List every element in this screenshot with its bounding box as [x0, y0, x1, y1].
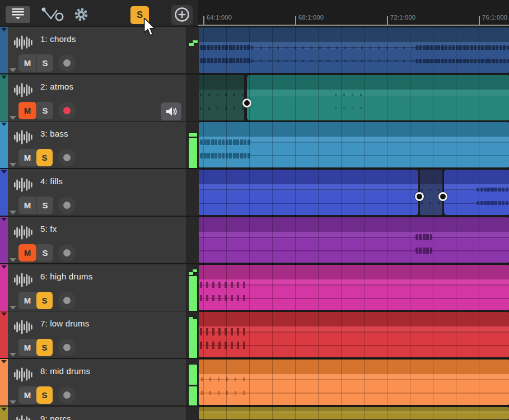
track-name-label[interactable]: 9: percs: [40, 414, 71, 420]
record-arm-button[interactable]: [58, 54, 76, 72]
track-header[interactable]: 7: low drumsMS: [0, 311, 186, 358]
expand-handle-icon[interactable]: [10, 211, 16, 214]
record-arm-button[interactable]: [58, 386, 76, 404]
track-color-strip[interactable]: [0, 122, 8, 168]
timeline-ruler[interactable]: [198, 0, 509, 26]
audio-clip[interactable]: [420, 170, 442, 215]
arrange-lane[interactable]: [199, 264, 509, 311]
fade-handle[interactable]: [242, 99, 251, 108]
track-header[interactable]: 3: bassMS: [0, 122, 186, 168]
collapse-triangle-icon[interactable]: [1, 76, 7, 79]
collapse-triangle-icon[interactable]: [1, 28, 7, 31]
collapse-triangle-icon[interactable]: [1, 123, 7, 126]
track-header[interactable]: 9: percs: [0, 407, 186, 420]
solo-button[interactable]: S: [36, 149, 53, 166]
arrange-lane[interactable]: [199, 122, 509, 168]
expand-handle-icon[interactable]: [10, 353, 16, 357]
track-name-label[interactable]: 7: low drums: [40, 319, 89, 328]
collapse-triangle-icon[interactable]: [1, 218, 7, 221]
audio-clip[interactable]: [199, 122, 509, 167]
arrange-lane[interactable]: [199, 169, 509, 216]
expand-handle-icon[interactable]: [10, 306, 16, 310]
mute-button[interactable]: M: [18, 339, 36, 356]
add-track-button[interactable]: [171, 5, 193, 25]
waveform-graphic: [200, 45, 252, 50]
record-arm-button[interactable]: [58, 149, 76, 166]
track-color-strip[interactable]: [0, 169, 8, 216]
record-arm-button[interactable]: [58, 197, 76, 214]
solo-button[interactable]: S: [36, 102, 53, 119]
collapse-triangle-icon[interactable]: [1, 360, 7, 363]
expand-handle-icon[interactable]: [10, 116, 16, 120]
audio-clip[interactable]: [199, 407, 509, 419]
solo-button[interactable]: S: [36, 386, 53, 404]
arrange-lane[interactable]: [199, 407, 509, 420]
record-arm-button[interactable]: [58, 292, 76, 309]
track-header[interactable]: 2: atmosMS: [0, 74, 186, 121]
record-arm-button[interactable]: [58, 244, 76, 262]
solo-button[interactable]: S: [36, 292, 53, 309]
mute-button[interactable]: M: [18, 292, 36, 309]
collapse-triangle-icon[interactable]: [1, 170, 7, 174]
track-header[interactable]: 6: high drumsMS: [0, 264, 186, 311]
track-header[interactable]: 5: fxMS: [0, 217, 186, 263]
track-color-strip[interactable]: [0, 217, 8, 263]
track-header[interactable]: 4: fillsMS: [0, 169, 186, 216]
arrange-lane[interactable]: [199, 27, 509, 73]
track-color-strip[interactable]: [0, 74, 8, 121]
audio-clip[interactable]: [199, 170, 418, 215]
solo-button[interactable]: S: [36, 54, 53, 72]
arrange-lane[interactable]: [199, 74, 509, 121]
record-arm-button[interactable]: [58, 339, 76, 356]
arrange-lane[interactable]: [199, 359, 509, 405]
settings-gear-icon[interactable]: [73, 7, 89, 22]
expand-handle-icon[interactable]: [10, 400, 16, 404]
track-name-label[interactable]: 2: atmos: [40, 82, 73, 91]
mute-button[interactable]: M: [18, 54, 36, 72]
solo-button[interactable]: S: [36, 244, 53, 262]
audio-clip[interactable]: [199, 312, 509, 357]
audio-clip[interactable]: [199, 360, 509, 405]
expand-handle-icon[interactable]: [10, 258, 16, 262]
arrange-lane[interactable]: [199, 217, 509, 263]
audio-clip[interactable]: [247, 75, 509, 120]
mute-button[interactable]: M: [18, 386, 36, 404]
fade-handle[interactable]: [415, 192, 424, 201]
collapse-triangle-icon[interactable]: [1, 408, 7, 411]
track-name-label[interactable]: 8: mid drums: [40, 366, 90, 376]
automation-icon[interactable]: [40, 6, 66, 21]
track-color-strip[interactable]: [0, 311, 8, 358]
expand-handle-icon[interactable]: [10, 163, 16, 167]
track-header[interactable]: 1: chordsMS: [0, 27, 186, 73]
track-color-strip[interactable]: [0, 359, 8, 405]
track-menu-button[interactable]: [6, 6, 30, 23]
audio-clip[interactable]: [199, 265, 509, 310]
waveform-graphic: [200, 107, 244, 110]
solo-button[interactable]: S: [36, 339, 53, 356]
collapse-triangle-icon[interactable]: [1, 265, 7, 269]
audio-clip[interactable]: [199, 27, 509, 73]
track-color-strip[interactable]: [0, 264, 8, 311]
audio-clip[interactable]: [199, 75, 244, 120]
record-arm-button[interactable]: [58, 102, 76, 119]
audio-clip[interactable]: [444, 170, 509, 215]
track-name-label[interactable]: 6: high drums: [40, 272, 92, 281]
collapse-triangle-icon[interactable]: [1, 312, 7, 316]
track-name-label[interactable]: 1: chords: [40, 34, 76, 44]
mute-button[interactable]: M: [18, 149, 36, 166]
solo-button[interactable]: S: [36, 197, 53, 214]
track-header[interactable]: 8: mid drumsMS: [0, 359, 186, 405]
fade-handle[interactable]: [438, 192, 447, 201]
track-name-label[interactable]: 4: fills: [40, 176, 63, 186]
audio-clip[interactable]: [199, 217, 509, 263]
monitor-button[interactable]: [161, 102, 181, 120]
expand-handle-icon[interactable]: [10, 68, 16, 72]
mute-button[interactable]: M: [18, 102, 36, 119]
global-solo-button[interactable]: S: [130, 6, 149, 24]
mute-button[interactable]: M: [18, 197, 36, 214]
track-name-label[interactable]: 3: bass: [40, 129, 68, 138]
arrange-lane[interactable]: [199, 311, 509, 358]
mute-button[interactable]: M: [18, 244, 36, 262]
track-name-label[interactable]: 5: fx: [40, 224, 57, 234]
track-color-strip[interactable]: [0, 27, 8, 73]
